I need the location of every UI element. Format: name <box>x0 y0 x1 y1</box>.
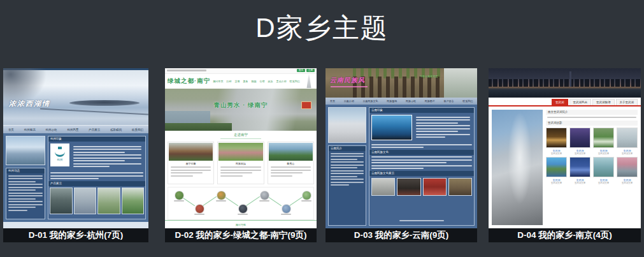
text-line <box>8 193 43 194</box>
section-header: 云南民族文化展示 <box>369 171 474 176</box>
connector-line <box>203 196 217 206</box>
hangzhou-logo-text: 杭州 <box>57 158 63 161</box>
park-path-photo <box>593 128 614 148</box>
text-line <box>8 198 36 200</box>
text-line <box>271 170 311 171</box>
tower-image <box>304 74 314 88</box>
text-line <box>331 159 357 160</box>
site-nav: 网站首页行程交通美食购物住宿娱乐景点介绍联系我们 <box>210 80 301 83</box>
lake-causeway <box>40 108 148 115</box>
site-nav-item: 联系我们 <box>290 80 300 83</box>
text-line <box>73 158 141 159</box>
photo-grid-row: 玄武湖 玄武湖美景 玄武湖 玄武湖美景 玄武湖 玄武 <box>546 128 638 155</box>
text-line <box>220 175 243 177</box>
section-header: 南京玄武湖简介 <box>546 110 638 115</box>
text-line <box>8 201 43 202</box>
intro-text-block <box>71 143 143 169</box>
template-caption: D-02 我的家乡-绿城之都-南宁(9页) <box>165 228 317 242</box>
site-nav: 首页杭州概况杭州小吃杭州风景产品展示精彩瞬间联系我们 <box>3 125 148 133</box>
sidebar-panel: 云南简介 <box>328 145 366 226</box>
photo-sublabel: 玄武湖美景 <box>546 152 567 155</box>
garden-photo <box>122 187 145 214</box>
feature-card-title: 青秀山 <box>269 162 313 165</box>
text-line <box>171 172 203 173</box>
connector-line <box>224 196 238 206</box>
text-line <box>331 184 349 186</box>
text-line <box>371 159 472 161</box>
template-card-d04[interactable]: 玄武湖玄武湖风光玄武湖旅游关于玄武湖 南京玄武湖简介 玄武湖掠影 玄武湖 玄武湖… <box>489 68 641 242</box>
feature-card-text <box>269 166 313 177</box>
text-line <box>271 172 303 173</box>
circle-caption <box>259 200 269 202</box>
connector-line <box>268 196 282 206</box>
text-line <box>50 178 99 179</box>
site-nav-item: 购物 <box>252 80 257 83</box>
text-line <box>8 207 36 208</box>
section-header: 产品展示 <box>48 181 145 186</box>
site-nav-item: 美食 <box>243 80 248 83</box>
topbar-text-line <box>167 70 206 71</box>
goddess-statue-photo <box>492 110 543 225</box>
text-line <box>331 167 357 168</box>
lake-photo <box>371 115 412 140</box>
text-line <box>8 187 43 188</box>
site-nav-item: 网站首页 <box>213 80 224 83</box>
attraction-photo-circle <box>217 191 226 200</box>
site-tab: 玄武湖风光 <box>569 99 592 105</box>
site-tab: 玄武湖 <box>552 99 568 105</box>
skyline-dusk-banner-image <box>489 68 641 98</box>
city-night-photo <box>569 157 590 177</box>
text-line <box>8 184 43 185</box>
site-footer <box>369 217 474 225</box>
section-header: 杭州印象 <box>48 136 145 142</box>
site-nav-item: 娱乐 <box>268 80 273 83</box>
site-nav-item: 客户留言 <box>443 99 454 103</box>
sidebar-panel-title: 云南简介 <box>329 146 366 151</box>
template-card-d03[interactable]: 云南民族风 七彩云南欢迎您 首页云南介绍云南民族文化民族服饰民族小吃民族图片客户… <box>326 68 477 242</box>
night-lake-photo <box>569 128 590 148</box>
site-nav-item: 杭州概况 <box>24 128 36 131</box>
hangzhou-logo: 杭州 <box>50 143 69 166</box>
text-line <box>371 147 424 148</box>
section-title-wrap: 走进南宁 <box>165 131 317 139</box>
west-lake-banner-image: 浓浓西湖情 <box>3 70 148 125</box>
text-line <box>416 136 445 138</box>
text-line <box>416 119 470 121</box>
text-line <box>73 146 141 147</box>
text-line <box>331 170 364 172</box>
site-nav-item: 交通 <box>235 80 240 83</box>
text-line <box>271 166 311 168</box>
attraction-photo-circle <box>195 204 204 214</box>
site-nav-item: 联系我们 <box>462 99 473 103</box>
sidebar-text-block <box>6 175 45 211</box>
night-palace-photo <box>546 128 567 148</box>
template-card-d02[interactable]: 登录 注册 绿城之都·南宁 网站首页行程交通美食购物住宿娱乐景点介绍联系我们 青… <box>165 68 317 242</box>
photo-grid: 玄武湖 玄武湖美景 玄武湖 玄武湖美景 玄武湖 玄武 <box>546 128 638 184</box>
sidebar-panel-title: 杭州动态 <box>6 168 45 173</box>
text-line <box>331 179 364 180</box>
banner-subtitle-line <box>331 86 368 87</box>
green-bank <box>165 123 232 131</box>
intro-row: 杭州 <box>48 142 145 171</box>
photo-cell: 玄武湖 玄武湖美景 <box>569 157 590 184</box>
site-tab: 关于玄武湖 <box>616 99 638 105</box>
site-nav-item: 云南民族文化 <box>362 99 378 103</box>
village-street-photo <box>371 178 395 196</box>
site-header: 绿城之都·南宁 网站首页行程交通美食购物住宿娱乐景点介绍联系我们 <box>165 74 317 89</box>
text-line <box>8 210 27 211</box>
lake-hills-photo <box>546 157 567 177</box>
site-nav-item: 产品展示 <box>89 128 100 131</box>
login-button: 登录 <box>297 69 305 72</box>
site-nav-item: 杭州风景 <box>67 128 78 131</box>
photo-cell: 玄武湖 玄武湖美景 <box>546 128 567 155</box>
text-line <box>8 189 36 191</box>
sidebar-panel: 杭州动态 <box>6 168 45 219</box>
text-line <box>50 175 143 177</box>
photo-sublabel: 玄武湖美景 <box>617 182 638 184</box>
site-footer: 网站导航 <box>165 220 317 228</box>
template-card-d01[interactable]: 浓浓西湖情 首页杭州概况杭州小吃杭州风景产品展示精彩瞬间联系我们 杭州动态 杭州… <box>3 68 148 242</box>
city-bridge-hero-image: 青山秀水 · 绿南宁 <box>165 89 317 131</box>
text-line <box>220 166 261 168</box>
photo-cell: 玄武湖 玄武湖美景 <box>593 157 614 184</box>
template-screenshot-yunnan: 云南民族风 七彩云南欢迎您 首页云南介绍云南民族文化民族服饰民族小吃民族图片客户… <box>326 68 477 228</box>
